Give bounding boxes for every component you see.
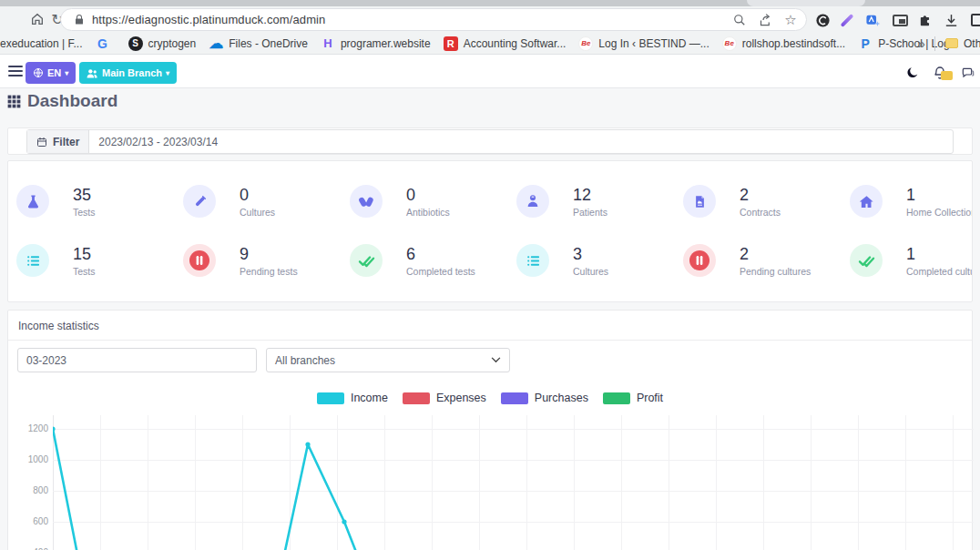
bookmark-onedrive[interactable]: ☁ Files - OneDrive bbox=[209, 36, 308, 51]
stat-label: Cultures bbox=[573, 266, 608, 277]
y-axis-tick: 1200 bbox=[19, 423, 48, 433]
stat-value: 0 bbox=[240, 186, 249, 204]
bookmark-accounting[interactable]: R Accounting Softwar... bbox=[444, 36, 567, 51]
downloads-icon[interactable] bbox=[942, 11, 960, 29]
legend-expenses: Expenses bbox=[403, 392, 486, 404]
tab-notch bbox=[747, 0, 865, 6]
page-header: Dashboard bbox=[7, 91, 117, 111]
stat-value: 15 bbox=[73, 245, 91, 263]
url-text[interactable]: https://ediagnostic.platinumduck.com/adm… bbox=[92, 13, 325, 26]
dark-mode-moon-icon[interactable] bbox=[903, 64, 922, 82]
browser-home-icon[interactable] bbox=[27, 9, 47, 29]
contract-icon bbox=[683, 185, 716, 218]
branch-select[interactable]: All branches bbox=[266, 348, 510, 372]
filter-addon: Filter bbox=[27, 130, 89, 153]
calendar-icon bbox=[36, 137, 47, 148]
folder-icon bbox=[945, 38, 958, 48]
bookmark-star-icon[interactable]: ☆ bbox=[781, 10, 801, 30]
bookmarks-bar: exeducation | F... G S cryptogen ☁ Files… bbox=[0, 33, 980, 55]
list-icon bbox=[516, 244, 549, 277]
branch-dropdown-button[interactable]: Main Branch ▾ bbox=[79, 62, 177, 84]
income-statistics-card: Income statistics 03-2023 All branches I… bbox=[7, 310, 973, 550]
pills-icon bbox=[350, 185, 383, 218]
expenses-swatch bbox=[403, 392, 430, 404]
divider bbox=[8, 340, 972, 341]
zoom-icon[interactable] bbox=[730, 10, 750, 30]
menu-toggle-icon[interactable] bbox=[8, 66, 23, 76]
bookmark-cryptogen[interactable]: S cryptogen bbox=[128, 36, 197, 51]
y-axis-tick: 1000 bbox=[19, 454, 48, 464]
stat-label: Tests bbox=[73, 207, 96, 218]
globe-icon bbox=[33, 67, 44, 78]
stat-value: 9 bbox=[240, 245, 249, 263]
stat-cultures: 0Cultures bbox=[183, 185, 350, 218]
stat-value: 1 bbox=[906, 186, 915, 204]
bookmark-label: rollshop.bestindsoft... bbox=[742, 37, 845, 50]
grid-icon bbox=[7, 95, 21, 108]
y-axis-tick: 800 bbox=[19, 485, 48, 495]
messages-chat-icon[interactable] bbox=[958, 64, 976, 82]
stat-value: 12 bbox=[573, 186, 591, 204]
bookmark-label: exeducation | F... bbox=[0, 37, 83, 50]
cryptogen-favicon: S bbox=[128, 36, 143, 51]
address-bar[interactable]: https://ediagnostic.platinumduck.com/adm… bbox=[60, 8, 807, 31]
chevron-down-icon: ▾ bbox=[65, 69, 68, 77]
branch-label: Main Branch bbox=[102, 67, 162, 78]
users-icon bbox=[87, 68, 98, 78]
language-dropdown-button[interactable]: EN ▾ bbox=[26, 62, 76, 84]
extensions-puzzle-icon[interactable] bbox=[916, 11, 934, 29]
bookmark-pschool[interactable]: P P-School | Login bbox=[858, 36, 958, 51]
programer-favicon: H bbox=[321, 36, 335, 51]
side-panel-icon[interactable] bbox=[969, 11, 980, 29]
stat-tests: 35Tests bbox=[16, 185, 183, 218]
stat-value: 3 bbox=[573, 245, 582, 263]
stat-value: 2 bbox=[740, 245, 749, 263]
bookmark-exeducation[interactable]: exeducation | F... bbox=[0, 37, 83, 50]
stat-label: Tests bbox=[73, 266, 96, 277]
legend-income: Income bbox=[317, 392, 388, 404]
double-check-icon bbox=[850, 244, 883, 277]
home-glyph bbox=[30, 12, 45, 26]
chevron-down-icon bbox=[491, 357, 501, 363]
income-line-chart[interactable] bbox=[53, 415, 974, 550]
bookmark-google[interactable]: G bbox=[96, 36, 116, 51]
translate-ai-extension-icon[interactable] bbox=[863, 11, 882, 29]
bookmark-rollshop[interactable]: Be rollshop.bestindsoft... bbox=[722, 36, 845, 51]
bestind-favicon: Be bbox=[578, 36, 593, 51]
filter-card: Filter bbox=[7, 127, 973, 155]
pen-extension-icon[interactable] bbox=[838, 11, 856, 29]
bookmark-programer-website[interactable]: H programer.website bbox=[321, 36, 431, 51]
bookmarks-overflow-chevron[interactable]: » bbox=[918, 36, 925, 51]
stat-value: 0 bbox=[406, 186, 415, 204]
stats-row-1: 35Tests 0Cultures 0Antibiotics 12Patient… bbox=[16, 185, 973, 218]
bookmark-bestind-login[interactable]: Be Log In ‹ BESTIND —... bbox=[578, 36, 709, 51]
test-tube-icon bbox=[183, 185, 216, 218]
stat-pending-tests: 9Pending tests bbox=[183, 244, 350, 277]
bookmark-label: cryptogen bbox=[148, 37, 197, 50]
stat-value: 1 bbox=[906, 245, 915, 263]
pause-circle-icon bbox=[683, 244, 716, 277]
share-icon[interactable] bbox=[755, 10, 775, 30]
notifications-bell-icon[interactable] bbox=[931, 64, 949, 82]
purchases-swatch bbox=[501, 392, 528, 404]
y-axis-tick: 600 bbox=[19, 516, 48, 526]
stat-contracts: 2Contracts bbox=[683, 185, 850, 218]
branch-select-value: All branches bbox=[275, 354, 335, 367]
income-swatch bbox=[317, 392, 344, 404]
picture-in-picture-icon[interactable] bbox=[891, 11, 909, 29]
overflow-chevron-glyph: » bbox=[918, 36, 925, 51]
onedrive-favicon: ☁ bbox=[209, 36, 223, 51]
legend-label: Income bbox=[351, 392, 388, 404]
accounting-favicon: R bbox=[444, 36, 458, 51]
date-range-input[interactable] bbox=[89, 130, 953, 153]
month-picker-input[interactable]: 03-2023 bbox=[17, 348, 257, 372]
other-bookmarks-folder[interactable]: Othe bbox=[945, 37, 980, 50]
bookmark-label: Accounting Softwar... bbox=[464, 37, 567, 50]
flask-icon bbox=[16, 185, 49, 218]
bookmark-label: Files - OneDrive bbox=[229, 37, 308, 50]
home-icon bbox=[850, 185, 883, 218]
folder-label: Othe bbox=[964, 37, 980, 50]
stat-antibiotics: 0Antibiotics bbox=[350, 185, 516, 218]
swirl-extension-icon[interactable] bbox=[813, 11, 832, 29]
stat-patients: 12Patients bbox=[516, 185, 683, 218]
